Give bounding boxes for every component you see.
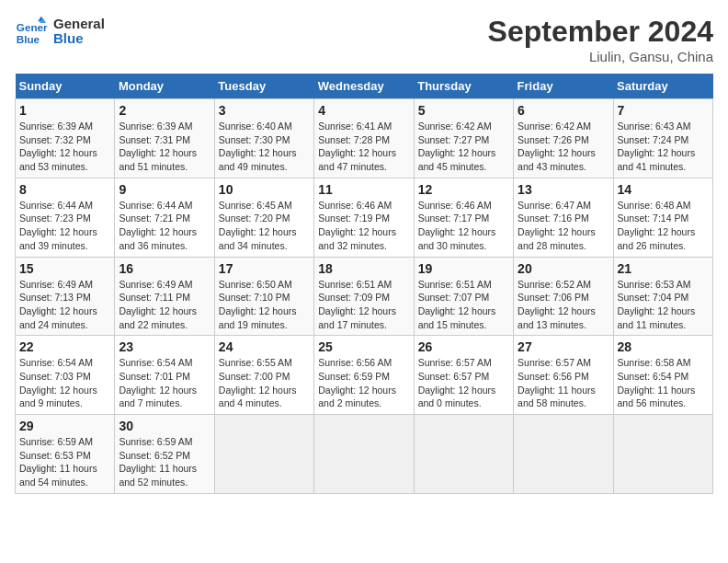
calendar-cell [514,415,613,494]
day-detail: Sunrise: 6:40 AMSunset: 7:30 PMDaylight:… [219,121,297,172]
day-detail: Sunrise: 6:46 AMSunset: 7:19 PMDaylight:… [318,200,396,251]
day-detail: Sunrise: 6:41 AMSunset: 7:28 PMDaylight:… [318,121,396,172]
day-number: 27 [518,339,609,354]
day-number: 4 [318,103,409,118]
calendar-week-2: 8 Sunrise: 6:44 AMSunset: 7:23 PMDayligh… [16,178,713,257]
calendar-cell: 25 Sunrise: 6:56 AMSunset: 6:59 PMDaylig… [314,336,414,415]
logo-line2: Blue [53,31,105,47]
day-detail: Sunrise: 6:57 AMSunset: 6:56 PMDaylight:… [518,357,596,408]
logo: General Blue General Blue [15,15,105,48]
day-detail: Sunrise: 6:55 AMSunset: 7:00 PMDaylight:… [219,357,297,408]
calendar-cell: 23 Sunrise: 6:54 AMSunset: 7:01 PMDaylig… [115,336,214,415]
calendar-cell: 22 Sunrise: 6:54 AMSunset: 7:03 PMDaylig… [16,336,115,415]
calendar-cell: 26 Sunrise: 6:57 AMSunset: 6:57 PMDaylig… [414,336,513,415]
weekday-tuesday: Tuesday [214,74,313,99]
day-detail: Sunrise: 6:59 AMSunset: 6:53 PMDaylight:… [19,436,97,488]
day-number: 30 [119,419,210,433]
day-detail: Sunrise: 6:46 AMSunset: 7:17 PMDaylight:… [418,200,496,251]
day-detail: Sunrise: 6:56 AMSunset: 6:59 PMDaylight:… [318,357,396,408]
page-header: General Blue General Blue September 2024… [15,15,713,64]
day-detail: Sunrise: 6:44 AMSunset: 7:23 PMDaylight:… [19,200,97,251]
calendar-cell: 9 Sunrise: 6:44 AMSunset: 7:21 PMDayligh… [115,178,214,257]
weekday-monday: Monday [115,74,214,99]
day-number: 3 [219,103,310,118]
day-number: 6 [518,103,609,118]
day-detail: Sunrise: 6:47 AMSunset: 7:16 PMDaylight:… [518,200,596,251]
calendar-cell: 19 Sunrise: 6:51 AMSunset: 7:07 PMDaylig… [414,257,513,336]
calendar-cell: 18 Sunrise: 6:51 AMSunset: 7:09 PMDaylig… [314,257,414,336]
calendar-week-1: 1 Sunrise: 6:39 AMSunset: 7:32 PMDayligh… [16,99,713,178]
calendar-cell: 21 Sunrise: 6:53 AMSunset: 7:04 PMDaylig… [613,257,712,336]
day-number: 25 [318,339,409,354]
day-number: 16 [119,261,210,276]
day-number: 28 [618,339,709,354]
calendar-cell: 27 Sunrise: 6:57 AMSunset: 6:56 PMDaylig… [514,336,613,415]
day-detail: Sunrise: 6:48 AMSunset: 7:14 PMDaylight:… [618,200,696,251]
day-detail: Sunrise: 6:53 AMSunset: 7:04 PMDaylight:… [618,279,696,330]
calendar-cell: 7 Sunrise: 6:43 AMSunset: 7:24 PMDayligh… [613,99,712,178]
day-number: 14 [618,182,709,197]
day-detail: Sunrise: 6:54 AMSunset: 7:01 PMDaylight:… [119,357,197,408]
day-detail: Sunrise: 6:58 AMSunset: 6:54 PMDaylight:… [618,357,696,408]
day-detail: Sunrise: 6:49 AMSunset: 7:11 PMDaylight:… [119,279,197,330]
day-detail: Sunrise: 6:52 AMSunset: 7:06 PMDaylight:… [518,279,596,330]
calendar-cell: 20 Sunrise: 6:52 AMSunset: 7:06 PMDaylig… [514,257,613,336]
day-number: 7 [618,103,709,118]
calendar-cell: 28 Sunrise: 6:58 AMSunset: 6:54 PMDaylig… [613,336,712,415]
day-number: 24 [219,339,310,354]
calendar-cell [314,415,414,494]
calendar-cell [613,415,712,494]
calendar-cell: 5 Sunrise: 6:42 AMSunset: 7:27 PMDayligh… [414,99,513,178]
weekday-friday: Friday [514,74,613,99]
weekday-sunday: Sunday [16,74,115,99]
calendar-cell: 15 Sunrise: 6:49 AMSunset: 7:13 PMDaylig… [16,257,115,336]
logo-icon: General Blue [15,15,48,48]
day-number: 20 [518,261,609,276]
day-number: 9 [119,182,210,197]
calendar-cell: 12 Sunrise: 6:46 AMSunset: 7:17 PMDaylig… [414,178,513,257]
calendar-cell: 13 Sunrise: 6:47 AMSunset: 7:16 PMDaylig… [514,178,613,257]
weekday-thursday: Thursday [414,74,513,99]
day-number: 18 [318,261,409,276]
day-detail: Sunrise: 6:49 AMSunset: 7:13 PMDaylight:… [19,279,97,330]
day-number: 29 [19,419,110,433]
calendar-cell [414,415,513,494]
day-detail: Sunrise: 6:50 AMSunset: 7:10 PMDaylight:… [219,279,297,330]
day-detail: Sunrise: 6:42 AMSunset: 7:26 PMDaylight:… [518,121,596,172]
day-detail: Sunrise: 6:57 AMSunset: 6:57 PMDaylight:… [418,357,496,408]
calendar-week-4: 22 Sunrise: 6:54 AMSunset: 7:03 PMDaylig… [16,336,713,415]
day-detail: Sunrise: 6:54 AMSunset: 7:03 PMDaylight:… [19,357,97,408]
day-detail: Sunrise: 6:45 AMSunset: 7:20 PMDaylight:… [219,200,297,251]
calendar-table: SundayMondayTuesdayWednesdayThursdayFrid… [15,74,713,494]
calendar-cell: 17 Sunrise: 6:50 AMSunset: 7:10 PMDaylig… [214,257,313,336]
day-number: 17 [219,261,310,276]
day-number: 10 [219,182,310,197]
day-number: 8 [19,182,110,197]
calendar-cell: 2 Sunrise: 6:39 AMSunset: 7:31 PMDayligh… [115,99,214,178]
day-detail: Sunrise: 6:39 AMSunset: 7:32 PMDaylight:… [19,121,97,172]
calendar-cell: 11 Sunrise: 6:46 AMSunset: 7:19 PMDaylig… [314,178,414,257]
calendar-cell: 14 Sunrise: 6:48 AMSunset: 7:14 PMDaylig… [613,178,712,257]
calendar-cell: 6 Sunrise: 6:42 AMSunset: 7:26 PMDayligh… [514,99,613,178]
day-detail: Sunrise: 6:42 AMSunset: 7:27 PMDaylight:… [418,121,496,172]
weekday-saturday: Saturday [613,74,712,99]
day-number: 15 [19,261,110,276]
calendar-week-5: 29 Sunrise: 6:59 AMSunset: 6:53 PMDaylig… [16,415,713,494]
calendar-cell: 10 Sunrise: 6:45 AMSunset: 7:20 PMDaylig… [214,178,313,257]
month-title: September 2024 [488,15,713,49]
calendar-cell: 24 Sunrise: 6:55 AMSunset: 7:00 PMDaylig… [214,336,313,415]
day-detail: Sunrise: 6:51 AMSunset: 7:09 PMDaylight:… [318,279,396,330]
calendar-cell: 4 Sunrise: 6:41 AMSunset: 7:28 PMDayligh… [314,99,414,178]
calendar-cell: 3 Sunrise: 6:40 AMSunset: 7:30 PMDayligh… [214,99,313,178]
day-number: 12 [418,182,509,197]
day-number: 22 [19,339,110,354]
title-block: September 2024 Liulin, Gansu, China [488,15,713,64]
calendar-cell: 30 Sunrise: 6:59 AMSunset: 6:52 PMDaylig… [115,415,214,494]
day-number: 23 [119,339,210,354]
calendar-week-3: 15 Sunrise: 6:49 AMSunset: 7:13 PMDaylig… [16,257,713,336]
day-number: 19 [418,261,509,276]
weekday-header-row: SundayMondayTuesdayWednesdayThursdayFrid… [16,74,713,99]
day-detail: Sunrise: 6:43 AMSunset: 7:24 PMDaylight:… [618,121,696,172]
day-number: 26 [418,339,509,354]
calendar-cell: 16 Sunrise: 6:49 AMSunset: 7:11 PMDaylig… [115,257,214,336]
